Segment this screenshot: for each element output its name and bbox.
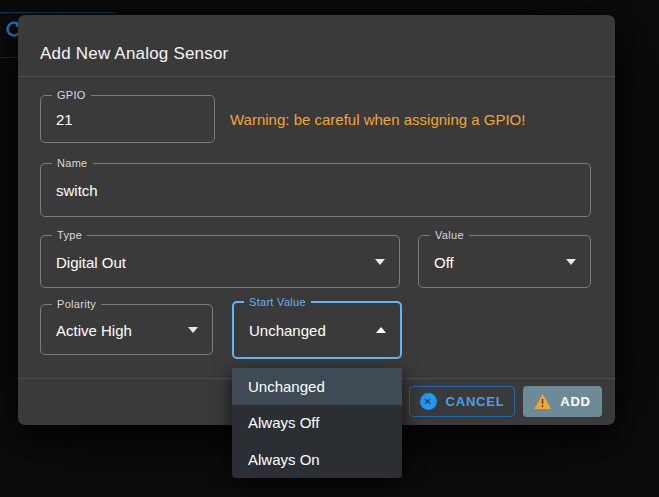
cancel-button[interactable]: CANCEL [409,386,515,417]
start-value-select[interactable]: Start Value Unchanged [232,301,402,359]
polarity-select-label: Polarity [52,298,101,311]
warning-icon [534,394,551,409]
menu-item-unchanged[interactable]: Unchanged [232,368,402,405]
chevron-down-icon [188,327,198,333]
add-sensor-dialog: Add New Analog Sensor GPIO Warning: be c… [18,15,615,425]
type-select-value: Digital Out [56,253,126,270]
start-value-menu: Unchanged Always Off Always On [232,368,402,478]
cancel-icon [420,393,437,410]
value-select-value: Off [434,253,454,270]
value-select[interactable]: Value Off [418,235,591,288]
gpio-field[interactable]: GPIO [40,95,215,143]
type-select[interactable]: Type Digital Out [40,235,400,288]
chevron-down-icon [375,259,385,265]
menu-item-always-on[interactable]: Always On [232,441,402,478]
polarity-select-value: Active High [56,321,132,338]
add-button-label: ADD [560,394,591,409]
name-input[interactable] [41,164,590,216]
start-value-select-label: Start Value [244,296,311,309]
name-field[interactable]: Name [40,163,591,217]
value-select-label: Value [430,229,469,242]
menu-item-always-off[interactable]: Always Off [232,405,402,442]
polarity-select[interactable]: Polarity Active High [40,304,213,355]
chevron-down-icon [566,259,576,265]
gpio-warning-text: Warning: be careful when assigning a GPI… [230,111,525,128]
chevron-up-icon [376,327,386,333]
cancel-button-label: CANCEL [446,394,505,409]
add-button[interactable]: ADD [523,386,602,417]
dialog-title: Add New Analog Sensor [40,44,229,64]
start-value-select-value: Unchanged [249,322,326,339]
type-select-label: Type [52,229,87,242]
gpio-input[interactable] [41,96,214,142]
title-divider [18,76,615,77]
